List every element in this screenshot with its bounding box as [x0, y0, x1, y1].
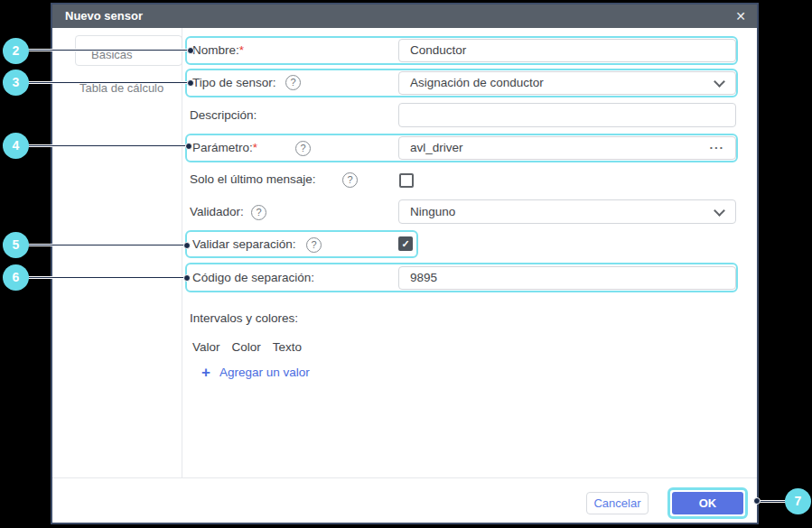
plus-icon: + — [201, 365, 210, 380]
required-asterisk: * — [253, 141, 257, 154]
tipo-select[interactable]: Asignación de conductor — [398, 71, 736, 95]
callout-line-5 — [27, 244, 186, 246]
codigo-sep-label: Código de separación: — [192, 263, 314, 292]
highlight-ok-button: OK — [667, 487, 748, 519]
callout-line-2 — [27, 49, 190, 51]
callout-dot-7 — [753, 497, 761, 505]
col-texto: Texto — [273, 340, 302, 354]
ok-button[interactable]: OK — [672, 492, 743, 514]
parametro-label: Parámetro:* — [192, 134, 257, 162]
nombre-input[interactable]: Conductor — [398, 39, 736, 62]
tipo-label: Tipo de sensor: — [192, 69, 276, 97]
callout-badge-7: 7 — [785, 488, 811, 514]
callout-badge-4: 4 — [3, 133, 29, 159]
required-asterisk: * — [239, 43, 244, 57]
validador-label: Validador: — [190, 199, 244, 224]
close-icon[interactable]: ✕ — [728, 5, 753, 28]
add-value-link[interactable]: + Agregar un valor — [201, 365, 310, 380]
callout-line-4 — [27, 144, 188, 147]
cancel-button[interactable]: Cancelar — [586, 492, 649, 514]
col-valor: Valor — [192, 340, 220, 354]
sidebar-divider — [182, 28, 182, 477]
footer-divider — [52, 477, 757, 478]
descripcion-label: Descripción: — [190, 103, 257, 128]
callout-line-7 — [760, 500, 788, 503]
callout-dot-2 — [187, 47, 194, 54]
help-icon[interactable]: ? — [306, 237, 322, 253]
help-icon[interactable]: ? — [342, 172, 358, 188]
add-value-label: Agregar un valor — [219, 366, 310, 379]
callout-badge-6: 6 — [3, 264, 29, 291]
solo-ultimo-label: Solo el último mensaje: — [190, 168, 316, 191]
nombre-label: Nombre:* — [192, 36, 244, 65]
intervalos-column-headers: Valor Color Texto — [192, 340, 302, 354]
validar-sep-label: Validar separación: — [192, 230, 296, 258]
callout-line-3 — [27, 81, 190, 84]
screenshot-stage: Nuevo sensor ✕ Básicas Tabla de cálculo … — [0, 0, 812, 528]
parametro-input[interactable]: avl_driver··· — [398, 136, 736, 160]
ellipsis-more-icon[interactable]: ··· — [710, 137, 725, 159]
callout-dot-5 — [183, 242, 191, 249]
callout-badge-3: 3 — [3, 69, 29, 96]
solo-ultimo-checkbox[interactable] — [399, 173, 414, 188]
help-icon[interactable]: ? — [251, 205, 266, 220]
callout-dot-6 — [183, 274, 191, 282]
descripcion-input[interactable] — [398, 103, 736, 127]
callout-dot-4 — [185, 143, 192, 150]
dialog-title: Nuevo sensor — [65, 5, 143, 28]
dialog-titlebar: Nuevo sensor — [52, 5, 757, 28]
callout-dot-3 — [187, 79, 194, 87]
intervalos-label: Intervalos y colores: — [190, 311, 298, 325]
help-icon[interactable]: ? — [295, 141, 311, 156]
col-color: Color — [232, 340, 261, 354]
callout-badge-2: 2 — [3, 38, 29, 64]
codigo-sep-input[interactable]: 9895 — [398, 266, 736, 290]
validar-sep-checkbox[interactable]: ✓ — [398, 236, 413, 251]
help-icon[interactable]: ? — [285, 75, 301, 90]
callout-line-6 — [27, 276, 186, 279]
callout-badge-5: 5 — [3, 232, 29, 258]
validador-select[interactable]: Ninguno — [398, 199, 736, 224]
